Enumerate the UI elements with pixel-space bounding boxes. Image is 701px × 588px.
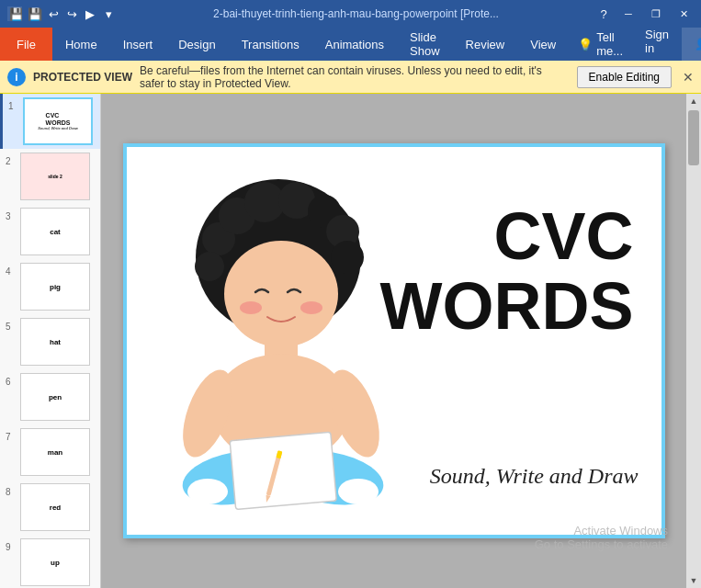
menu-signin[interactable]: Sign in: [632, 28, 682, 61]
slide-number-1: 1: [8, 97, 19, 111]
slide-thumb-8[interactable]: 8 red: [0, 480, 100, 535]
slide-thumb-1[interactable]: 1 CVCWORDS Sound, Write and Draw: [0, 94, 100, 149]
redo-icon[interactable]: ↪: [64, 6, 79, 21]
svg-rect-22: [230, 432, 336, 509]
maximize-button[interactable]: ❐: [646, 6, 666, 22]
dropdown-icon[interactable]: ▾: [101, 6, 116, 21]
slide-preview-3: cat: [20, 208, 90, 255]
slide-number-5: 5: [6, 318, 17, 332]
slide-title: CVC WORDS: [380, 202, 634, 341]
close-button[interactable]: ✕: [673, 6, 694, 22]
menu-bar: File Home Insert Design Transitions Anim…: [0, 28, 701, 61]
present-icon[interactable]: ▶: [83, 6, 97, 21]
protected-view-bar: i PROTECTED VIEW Be careful—files from t…: [0, 61, 701, 94]
vertical-scrollbar[interactable]: ▲ ▼: [686, 94, 701, 588]
slide-preview-7: man: [20, 428, 90, 476]
svg-point-9: [331, 241, 364, 274]
menu-insert[interactable]: Insert: [110, 28, 166, 61]
svg-text:💾: 💾: [9, 6, 22, 21]
slide-number-3: 3: [6, 208, 17, 221]
menu-share[interactable]: 👤 Share: [682, 28, 701, 61]
slide-number-7: 7: [6, 428, 17, 442]
scroll-thumb[interactable]: [688, 110, 699, 165]
app-icon: 💾: [7, 6, 22, 21]
menu-home[interactable]: Home: [52, 28, 110, 61]
save-icon[interactable]: 💾: [28, 6, 42, 21]
menu-design[interactable]: Design: [165, 28, 228, 61]
slide-preview-2: slide 2: [20, 153, 90, 200]
svg-point-10: [195, 252, 224, 281]
undo-icon[interactable]: ↩: [46, 6, 61, 21]
protected-view-message: Be careful—files from the Internet can c…: [140, 64, 570, 90]
menu-animations[interactable]: Animations: [312, 28, 397, 61]
quick-access-toolbar: 💾 ↩ ↪ ▶ ▾: [28, 6, 116, 21]
menu-review[interactable]: Review: [453, 28, 518, 61]
slide-preview-5: hat: [20, 318, 90, 366]
minimize-button[interactable]: ─: [618, 6, 639, 22]
canvas-area[interactable]: CVC WORDS Sound, Write and Draw Activate…: [101, 94, 686, 588]
scroll-track[interactable]: [686, 108, 701, 573]
svg-point-21: [338, 479, 379, 504]
protected-view-close[interactable]: ✕: [683, 70, 694, 85]
slide-preview-1: CVCWORDS Sound, Write and Draw: [23, 97, 93, 145]
slide-thumb-7[interactable]: 7 man: [0, 424, 100, 480]
menu-file[interactable]: File: [0, 28, 52, 61]
menu-view[interactable]: View: [517, 28, 569, 61]
scroll-up-arrow[interactable]: ▲: [686, 94, 701, 108]
menu-slideshow[interactable]: Slide Show: [397, 28, 453, 61]
slide-thumb-2[interactable]: 2 slide 2: [0, 149, 100, 204]
svg-point-11: [224, 241, 338, 347]
menu-transitions[interactable]: Transitions: [229, 28, 312, 61]
slide-canvas: CVC WORDS Sound, Write and Draw: [123, 143, 665, 538]
slide-preview-6: pen: [20, 373, 90, 421]
slide-number-2: 2: [6, 153, 17, 166]
protected-view-icon: i: [7, 68, 26, 86]
svg-point-20: [187, 479, 228, 504]
scroll-down-arrow[interactable]: ▼: [686, 573, 701, 588]
slide-thumb-6[interactable]: 6 pen: [0, 369, 100, 424]
slide-number-8: 8: [6, 483, 17, 497]
slide-number-6: 6: [6, 373, 17, 387]
title-bar: 💾 💾 ↩ ↪ ▶ ▾ 2-bai-thuyet-trinh-tieng-anh…: [0, 0, 701, 28]
slide-thumb-4[interactable]: 4 pig: [0, 259, 100, 314]
slide-number-4: 4: [6, 263, 17, 277]
enable-editing-button[interactable]: Enable Editing: [577, 66, 672, 88]
svg-point-13: [300, 301, 322, 314]
slide-preview-8: red: [20, 483, 90, 531]
main-area: 1 CVCWORDS Sound, Write and Draw 2 slide…: [0, 94, 701, 588]
window-title: 2-bai-thuyet-trinh-tieng-anh-mau-bang-po…: [116, 7, 596, 20]
window-controls: ? ─ ❐ ✕: [596, 6, 694, 22]
title-left: 💾 💾 ↩ ↪ ▶ ▾: [7, 6, 116, 21]
menu-tell-me[interactable]: 💡 Tell me...: [569, 28, 632, 61]
slide-panel: 1 CVCWORDS Sound, Write and Draw 2 slide…: [0, 94, 101, 588]
slide-subtitle: Sound, Write and Draw: [430, 464, 639, 489]
slide-preview-4: pig: [20, 263, 90, 311]
slide-thumb-5[interactable]: 5 hat: [0, 314, 100, 369]
slide-preview-9: up: [20, 538, 90, 586]
svg-point-12: [240, 301, 262, 314]
help-icon[interactable]: ?: [596, 6, 611, 21]
slide-thumb-9[interactable]: 9 up: [0, 535, 100, 588]
slide-thumb-3[interactable]: 3 cat: [0, 204, 100, 259]
protected-view-title: PROTECTED VIEW: [33, 71, 132, 84]
slide-number-9: 9: [6, 538, 17, 552]
